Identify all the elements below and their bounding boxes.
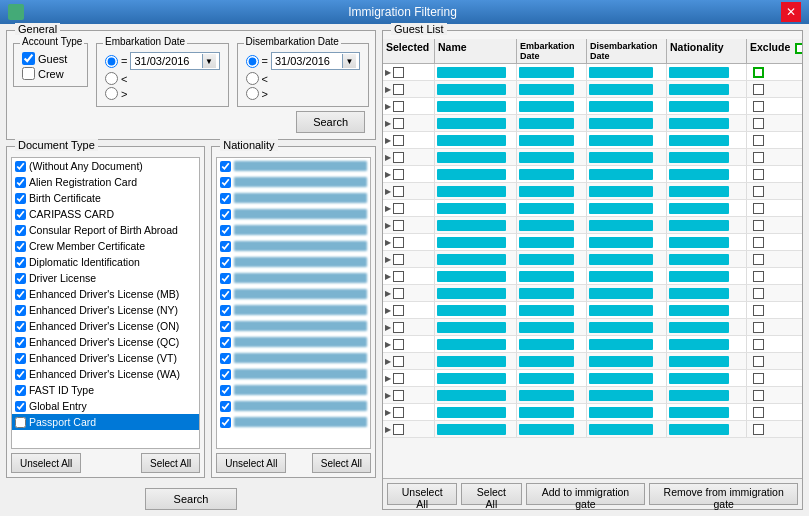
exclude-checkbox[interactable]	[753, 390, 764, 401]
nationality-item[interactable]	[217, 382, 370, 398]
add-to-gate-button[interactable]: Add to immigration gate	[526, 483, 646, 505]
nationality-list[interactable]	[216, 157, 371, 449]
table-row[interactable]: ▶	[383, 285, 802, 302]
selected-checkbox[interactable]	[393, 84, 404, 95]
doc-type-item[interactable]: Enhanced Driver's License (VT)	[12, 350, 199, 366]
doc-type-item[interactable]: Birth Certificate	[12, 190, 199, 206]
selected-checkbox[interactable]	[393, 356, 404, 367]
selected-checkbox[interactable]	[393, 135, 404, 146]
nationality-item[interactable]	[217, 334, 370, 350]
table-row[interactable]: ▶	[383, 404, 802, 421]
bottom-search-button[interactable]: Search	[145, 488, 238, 510]
selected-checkbox[interactable]	[393, 254, 404, 265]
exclude-checkbox[interactable]	[753, 169, 764, 180]
embarkation-date-input[interactable]: 31/03/2016 ▼	[130, 52, 219, 70]
nationality-item[interactable]	[217, 270, 370, 286]
exclude-header-checkbox[interactable]	[795, 43, 802, 54]
nationality-item[interactable]	[217, 286, 370, 302]
exclude-checkbox[interactable]	[753, 237, 764, 248]
exclude-checkbox[interactable]	[753, 118, 764, 129]
table-row[interactable]: ▶	[383, 81, 802, 98]
doc-type-item[interactable]: CARIPASS CARD	[12, 206, 199, 222]
table-row[interactable]: ▶	[383, 370, 802, 387]
table-row[interactable]: ▶	[383, 115, 802, 132]
table-row[interactable]: ▶	[383, 268, 802, 285]
doc-type-item[interactable]: Consular Report of Birth Abroad	[12, 222, 199, 238]
nationality-item[interactable]	[217, 174, 370, 190]
doc-type-item[interactable]: Enhanced Driver's License (WA)	[12, 366, 199, 382]
table-row[interactable]: ▶	[383, 353, 802, 370]
selected-checkbox[interactable]	[393, 220, 404, 231]
exclude-checkbox[interactable]	[753, 152, 764, 163]
nationality-item[interactable]	[217, 222, 370, 238]
crew-checkbox-row[interactable]: Crew	[22, 67, 79, 80]
selected-checkbox[interactable]	[393, 186, 404, 197]
doc-type-item[interactable]: Driver License	[12, 270, 199, 286]
nationality-item[interactable]	[217, 398, 370, 414]
doc-type-item[interactable]: Enhanced Driver's License (NY)	[12, 302, 199, 318]
selected-checkbox[interactable]	[393, 237, 404, 248]
selected-checkbox[interactable]	[393, 118, 404, 129]
exclude-checkbox[interactable]	[753, 288, 764, 299]
general-search-button[interactable]: Search	[296, 111, 365, 133]
exclude-checkbox[interactable]	[753, 407, 764, 418]
table-row[interactable]: ▶	[383, 183, 802, 200]
document-type-list[interactable]: (Without Any Document)Alien Registration…	[11, 157, 200, 449]
selected-checkbox[interactable]	[393, 271, 404, 282]
embarkation-date-dropdown[interactable]: ▼	[202, 54, 216, 68]
doc-select-all-button[interactable]: Select All	[141, 453, 200, 473]
table-row[interactable]: ▶	[383, 251, 802, 268]
remove-from-gate-button[interactable]: Remove from immigration gate	[649, 483, 798, 505]
doc-type-item[interactable]: Passport Card	[12, 414, 199, 430]
disembark-less-radio[interactable]	[246, 72, 259, 85]
nationality-item[interactable]	[217, 158, 370, 174]
selected-checkbox[interactable]	[393, 67, 404, 78]
nationality-item[interactable]	[217, 318, 370, 334]
nat-unselect-all-button[interactable]: Unselect All	[216, 453, 286, 473]
exclude-checkbox[interactable]	[753, 135, 764, 146]
nationality-item[interactable]	[217, 414, 370, 430]
selected-checkbox[interactable]	[393, 390, 404, 401]
nat-select-all-button[interactable]: Select All	[312, 453, 371, 473]
selected-checkbox[interactable]	[393, 152, 404, 163]
table-row[interactable]: ▶	[383, 98, 802, 115]
close-button[interactable]: ✕	[781, 2, 801, 22]
nationality-item[interactable]	[217, 302, 370, 318]
selected-checkbox[interactable]	[393, 288, 404, 299]
table-row[interactable]: ▶	[383, 387, 802, 404]
embark-equal-radio[interactable]	[105, 55, 118, 68]
exclude-checkbox[interactable]	[753, 101, 764, 112]
selected-checkbox[interactable]	[393, 203, 404, 214]
table-row[interactable]: ▶	[383, 302, 802, 319]
exclude-checkbox[interactable]	[753, 220, 764, 231]
doc-type-item[interactable]: Diplomatic Identification	[12, 254, 199, 270]
selected-checkbox[interactable]	[393, 424, 404, 435]
nationality-item[interactable]	[217, 254, 370, 270]
embark-greater-radio[interactable]	[105, 87, 118, 100]
selected-checkbox[interactable]	[393, 322, 404, 333]
nationality-item[interactable]	[217, 350, 370, 366]
exclude-checkbox[interactable]	[753, 305, 764, 316]
crew-checkbox[interactable]	[22, 67, 35, 80]
table-row[interactable]: ▶	[383, 421, 802, 438]
doc-type-item[interactable]: Global Entry	[12, 398, 199, 414]
selected-checkbox[interactable]	[393, 373, 404, 384]
table-row[interactable]: ▶	[383, 234, 802, 251]
exclude-checkbox[interactable]	[753, 424, 764, 435]
doc-type-item[interactable]: Alien Registration Card	[12, 174, 199, 190]
guest-checkbox-row[interactable]: Guest	[22, 52, 79, 65]
table-row[interactable]: ▶	[383, 336, 802, 353]
doc-type-item[interactable]: Enhanced Driver's License (QC)	[12, 334, 199, 350]
table-row[interactable]: ▶	[383, 200, 802, 217]
exclude-checkbox[interactable]	[753, 339, 764, 350]
table-row[interactable]: ▶	[383, 217, 802, 234]
exclude-checkbox[interactable]	[753, 322, 764, 333]
nationality-item[interactable]	[217, 206, 370, 222]
table-row[interactable]: ▶	[383, 132, 802, 149]
disembark-equal-radio[interactable]	[246, 55, 259, 68]
doc-type-item[interactable]: Enhanced Driver's License (ON)	[12, 318, 199, 334]
disembark-greater-radio[interactable]	[246, 87, 259, 100]
selected-checkbox[interactable]	[393, 169, 404, 180]
guest-checkbox[interactable]	[22, 52, 35, 65]
disembarkation-date-input[interactable]: 31/03/2016 ▼	[271, 52, 360, 70]
